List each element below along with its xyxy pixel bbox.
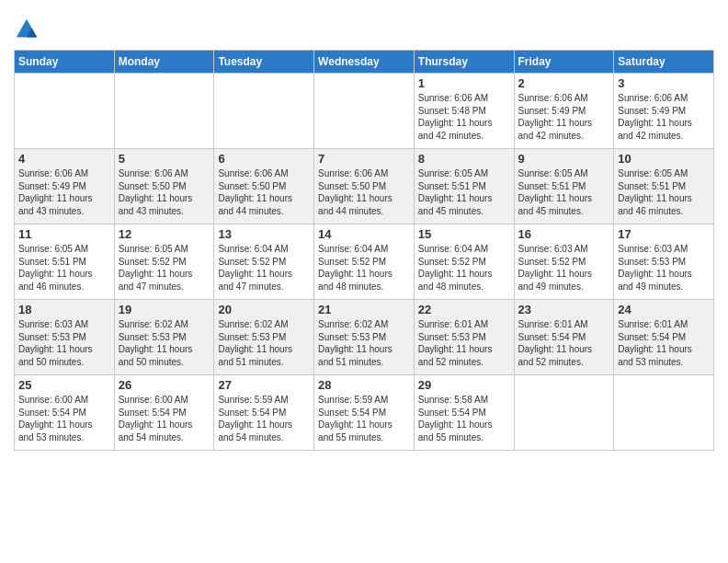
day-number: 21 bbox=[318, 303, 410, 316]
calendar-cell: 19Sunrise: 6:02 AM Sunset: 5:53 PM Dayli… bbox=[114, 300, 214, 375]
calendar-cell: 2Sunrise: 6:06 AM Sunset: 5:49 PM Daylig… bbox=[514, 74, 614, 149]
day-info: Sunrise: 5:59 AM Sunset: 5:54 PM Dayligh… bbox=[318, 394, 410, 443]
calendar-cell: 8Sunrise: 6:05 AM Sunset: 5:51 PM Daylig… bbox=[414, 149, 514, 224]
day-number: 27 bbox=[218, 378, 310, 392]
calendar-cell bbox=[614, 375, 714, 451]
day-info: Sunrise: 6:06 AM Sunset: 5:49 PM Dayligh… bbox=[18, 167, 110, 217]
calendar-cell: 16Sunrise: 6:03 AM Sunset: 5:52 PM Dayli… bbox=[514, 224, 614, 300]
day-info: Sunrise: 6:05 AM Sunset: 5:51 PM Dayligh… bbox=[618, 167, 710, 217]
day-info: Sunrise: 6:06 AM Sunset: 5:50 PM Dayligh… bbox=[318, 167, 410, 217]
day-number: 13 bbox=[218, 227, 310, 241]
day-number: 23 bbox=[518, 303, 610, 316]
calendar-cell: 24Sunrise: 6:01 AM Sunset: 5:54 PM Dayli… bbox=[614, 300, 714, 375]
weekday-header: Monday bbox=[114, 51, 214, 74]
calendar-cell: 20Sunrise: 6:02 AM Sunset: 5:53 PM Dayli… bbox=[214, 300, 314, 375]
calendar-cell: 13Sunrise: 6:04 AM Sunset: 5:52 PM Dayli… bbox=[214, 224, 314, 300]
calendar-table: SundayMondayTuesdayWednesdayThursdayFrid… bbox=[14, 50, 714, 451]
day-number: 2 bbox=[518, 76, 610, 90]
day-number: 29 bbox=[418, 378, 510, 392]
calendar-cell: 28Sunrise: 5:59 AM Sunset: 5:54 PM Dayli… bbox=[314, 375, 415, 451]
calendar-cell: 18Sunrise: 6:03 AM Sunset: 5:53 PM Dayli… bbox=[15, 300, 115, 375]
day-info: Sunrise: 6:05 AM Sunset: 5:52 PM Dayligh… bbox=[119, 243, 210, 293]
day-info: Sunrise: 6:06 AM Sunset: 5:50 PM Dayligh… bbox=[119, 167, 210, 217]
day-number: 26 bbox=[119, 378, 210, 392]
day-info: Sunrise: 6:06 AM Sunset: 5:49 PM Dayligh… bbox=[618, 92, 710, 142]
day-info: Sunrise: 6:06 AM Sunset: 5:48 PM Dayligh… bbox=[418, 92, 510, 142]
calendar-week-row: 11Sunrise: 6:05 AM Sunset: 5:51 PM Dayli… bbox=[15, 224, 714, 300]
day-number: 12 bbox=[119, 227, 210, 241]
day-info: Sunrise: 5:59 AM Sunset: 5:54 PM Dayligh… bbox=[218, 394, 310, 443]
calendar-cell bbox=[314, 74, 415, 149]
calendar-cell bbox=[114, 74, 214, 149]
day-info: Sunrise: 6:02 AM Sunset: 5:53 PM Dayligh… bbox=[318, 318, 410, 368]
day-number: 10 bbox=[618, 152, 710, 166]
day-number: 8 bbox=[418, 152, 510, 166]
day-number: 1 bbox=[418, 76, 510, 90]
calendar-cell bbox=[214, 74, 314, 149]
calendar-cell: 11Sunrise: 6:05 AM Sunset: 5:51 PM Dayli… bbox=[15, 224, 115, 300]
day-info: Sunrise: 6:00 AM Sunset: 5:54 PM Dayligh… bbox=[18, 394, 110, 443]
day-info: Sunrise: 6:02 AM Sunset: 5:53 PM Dayligh… bbox=[218, 318, 310, 368]
day-info: Sunrise: 6:06 AM Sunset: 5:49 PM Dayligh… bbox=[518, 92, 610, 142]
day-info: Sunrise: 6:03 AM Sunset: 5:53 PM Dayligh… bbox=[18, 318, 110, 368]
day-number: 19 bbox=[119, 303, 210, 316]
day-number: 15 bbox=[418, 227, 510, 241]
calendar-week-row: 1Sunrise: 6:06 AM Sunset: 5:48 PM Daylig… bbox=[15, 74, 714, 149]
day-info: Sunrise: 6:03 AM Sunset: 5:53 PM Dayligh… bbox=[618, 243, 710, 293]
calendar-cell: 3Sunrise: 6:06 AM Sunset: 5:49 PM Daylig… bbox=[614, 74, 714, 149]
weekday-header: Wednesday bbox=[314, 51, 415, 74]
day-info: Sunrise: 6:03 AM Sunset: 5:52 PM Dayligh… bbox=[518, 243, 610, 293]
calendar-cell: 7Sunrise: 6:06 AM Sunset: 5:50 PM Daylig… bbox=[314, 149, 415, 224]
day-info: Sunrise: 6:01 AM Sunset: 5:54 PM Dayligh… bbox=[518, 318, 610, 368]
calendar-cell: 25Sunrise: 6:00 AM Sunset: 5:54 PM Dayli… bbox=[15, 375, 115, 451]
day-number: 4 bbox=[18, 152, 110, 166]
day-number: 5 bbox=[119, 152, 210, 166]
day-info: Sunrise: 6:06 AM Sunset: 5:50 PM Dayligh… bbox=[218, 167, 310, 217]
day-info: Sunrise: 6:04 AM Sunset: 5:52 PM Dayligh… bbox=[218, 243, 310, 293]
calendar-week-row: 4Sunrise: 6:06 AM Sunset: 5:49 PM Daylig… bbox=[15, 149, 714, 224]
day-info: Sunrise: 6:01 AM Sunset: 5:53 PM Dayligh… bbox=[418, 318, 510, 368]
day-number: 6 bbox=[218, 152, 310, 166]
day-number: 9 bbox=[518, 152, 610, 166]
day-info: Sunrise: 6:00 AM Sunset: 5:54 PM Dayligh… bbox=[119, 394, 210, 443]
day-info: Sunrise: 5:58 AM Sunset: 5:54 PM Dayligh… bbox=[418, 394, 510, 443]
calendar-cell: 27Sunrise: 5:59 AM Sunset: 5:54 PM Dayli… bbox=[214, 375, 314, 451]
day-info: Sunrise: 6:01 AM Sunset: 5:54 PM Dayligh… bbox=[618, 318, 710, 368]
day-info: Sunrise: 6:04 AM Sunset: 5:52 PM Dayligh… bbox=[418, 243, 510, 293]
calendar-week-row: 25Sunrise: 6:00 AM Sunset: 5:54 PM Dayli… bbox=[15, 375, 714, 451]
day-number: 16 bbox=[518, 227, 610, 241]
calendar-cell: 14Sunrise: 6:04 AM Sunset: 5:52 PM Dayli… bbox=[314, 224, 415, 300]
calendar-cell: 9Sunrise: 6:05 AM Sunset: 5:51 PM Daylig… bbox=[514, 149, 614, 224]
day-number: 17 bbox=[618, 227, 710, 241]
day-info: Sunrise: 6:02 AM Sunset: 5:53 PM Dayligh… bbox=[119, 318, 210, 368]
weekday-header-row: SundayMondayTuesdayWednesdayThursdayFrid… bbox=[15, 51, 714, 74]
day-number: 20 bbox=[218, 303, 310, 316]
day-number: 7 bbox=[318, 152, 410, 166]
day-number: 22 bbox=[418, 303, 510, 316]
day-info: Sunrise: 6:04 AM Sunset: 5:52 PM Dayligh… bbox=[318, 243, 410, 293]
day-number: 25 bbox=[18, 378, 110, 392]
day-number: 18 bbox=[18, 303, 110, 316]
day-info: Sunrise: 6:05 AM Sunset: 5:51 PM Dayligh… bbox=[518, 167, 610, 217]
calendar-cell: 10Sunrise: 6:05 AM Sunset: 5:51 PM Dayli… bbox=[614, 149, 714, 224]
calendar-week-row: 18Sunrise: 6:03 AM Sunset: 5:53 PM Dayli… bbox=[15, 300, 714, 375]
day-number: 11 bbox=[18, 227, 110, 241]
day-info: Sunrise: 6:05 AM Sunset: 5:51 PM Dayligh… bbox=[18, 243, 110, 293]
day-number: 3 bbox=[618, 76, 710, 90]
calendar-cell bbox=[514, 375, 614, 451]
calendar-cell: 12Sunrise: 6:05 AM Sunset: 5:52 PM Dayli… bbox=[114, 224, 214, 300]
calendar-cell: 21Sunrise: 6:02 AM Sunset: 5:53 PM Dayli… bbox=[314, 300, 415, 375]
weekday-header: Friday bbox=[514, 51, 614, 74]
calendar-cell: 15Sunrise: 6:04 AM Sunset: 5:52 PM Dayli… bbox=[414, 224, 514, 300]
logo-icon bbox=[14, 17, 40, 42]
weekday-header: Sunday bbox=[15, 51, 115, 74]
calendar-cell: 23Sunrise: 6:01 AM Sunset: 5:54 PM Dayli… bbox=[514, 300, 614, 375]
calendar-cell: 29Sunrise: 5:58 AM Sunset: 5:54 PM Dayli… bbox=[414, 375, 514, 451]
logo bbox=[14, 17, 43, 42]
weekday-header: Tuesday bbox=[214, 51, 314, 74]
day-info: Sunrise: 6:05 AM Sunset: 5:51 PM Dayligh… bbox=[418, 167, 510, 217]
page-header bbox=[14, 9, 714, 42]
calendar-cell: 4Sunrise: 6:06 AM Sunset: 5:49 PM Daylig… bbox=[15, 149, 115, 224]
day-number: 24 bbox=[618, 303, 710, 316]
calendar-cell: 17Sunrise: 6:03 AM Sunset: 5:53 PM Dayli… bbox=[614, 224, 714, 300]
